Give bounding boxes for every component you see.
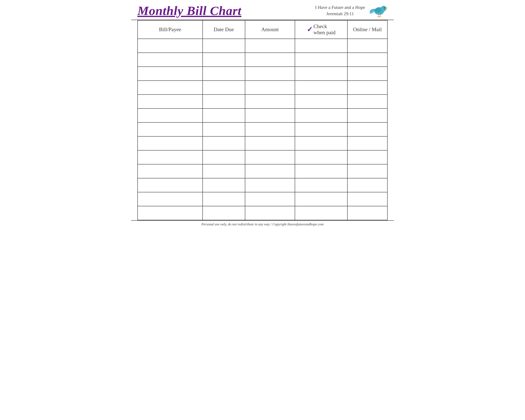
col-header-bill: Bill/Payee: [138, 20, 203, 39]
table-cell: [138, 94, 203, 109]
col-header-online: Online / Mail: [347, 20, 387, 39]
table-row: [138, 53, 387, 67]
table-cell: [203, 192, 245, 206]
table-cell: [347, 150, 387, 164]
table-cell: [138, 122, 203, 136]
scripture-line1: I Have a Future and a Hope: [315, 4, 365, 11]
check-label: Check when paid: [313, 23, 336, 36]
table-cell: [203, 109, 245, 122]
table-cell: [295, 39, 347, 53]
table-cell: [138, 136, 203, 150]
table-cell: [295, 206, 347, 220]
table-cell: [245, 53, 295, 67]
table-cell: [347, 81, 387, 94]
title-block: Monthly Bill Chart: [137, 4, 241, 18]
table-cell: [203, 178, 245, 192]
header: Monthly Bill Chart I Have a Future and a…: [131, 0, 394, 20]
table-cell: [245, 150, 295, 164]
table-row: [138, 178, 387, 192]
footer: Personal use only, do not redistribute i…: [131, 220, 394, 228]
table-cell: [138, 178, 203, 192]
table-cell: [245, 39, 295, 53]
bird-icon: [369, 4, 388, 18]
header-right: I Have a Future and a Hope Jeremiah 29:1…: [315, 4, 388, 18]
table-cell: [203, 94, 245, 109]
header-row: Bill/Payee Date Due Amount ✓ Check w: [138, 20, 387, 39]
table-cell: [347, 53, 387, 67]
col-header-check: ✓ Check when paid: [295, 20, 347, 39]
table-cell: [203, 206, 245, 220]
table-row: [138, 192, 387, 206]
table-cell: [203, 67, 245, 81]
table-cell: [245, 206, 295, 220]
table-cell: [347, 67, 387, 81]
table-row: [138, 122, 387, 136]
table-row: [138, 136, 387, 150]
table-cell: [347, 122, 387, 136]
table-row: [138, 150, 387, 164]
table-cell: [347, 136, 387, 150]
table-cell: [138, 192, 203, 206]
bill-chart-table: Bill/Payee Date Due Amount ✓ Check w: [137, 20, 388, 220]
table-cell: [347, 192, 387, 206]
table-cell: [347, 109, 387, 122]
table-cell: [245, 192, 295, 206]
table-cell: [138, 150, 203, 164]
table-cell: [203, 81, 245, 94]
table-cell: [245, 67, 295, 81]
table-cell: [203, 150, 245, 164]
table-cell: [347, 164, 387, 178]
table-cell: [295, 53, 347, 67]
table-cell: [203, 53, 245, 67]
table-cell: [295, 81, 347, 94]
col-header-amount: Amount: [245, 20, 295, 39]
table-cell: [347, 178, 387, 192]
table-cell: [347, 39, 387, 53]
table-cell: [138, 206, 203, 220]
table-cell: [138, 164, 203, 178]
table-cell: [203, 136, 245, 150]
svg-point-6: [384, 8, 385, 8]
svg-point-8: [386, 7, 387, 9]
table-cell: [138, 53, 203, 67]
table-cell: [295, 164, 347, 178]
table-cell: [295, 192, 347, 206]
table-row: [138, 164, 387, 178]
table-cell: [347, 94, 387, 109]
table-cell: [295, 150, 347, 164]
table-cell: [245, 109, 295, 122]
checkmark-icon: ✓: [307, 26, 312, 33]
table-cell: [138, 109, 203, 122]
table-cell: [245, 136, 295, 150]
table-cell: [245, 94, 295, 109]
table-row: [138, 67, 387, 81]
col-header-date: Date Due: [203, 20, 245, 39]
table-cell: [245, 122, 295, 136]
table-cell: [245, 164, 295, 178]
table-cell: [295, 122, 347, 136]
table-cell: [203, 164, 245, 178]
table-cell: [295, 178, 347, 192]
table-row: [138, 81, 387, 94]
table-cell: [295, 94, 347, 109]
table-cell: [203, 39, 245, 53]
page: Monthly Bill Chart I Have a Future and a…: [131, 0, 394, 228]
table-row: [138, 94, 387, 109]
table-cell: [245, 81, 295, 94]
table-row: [138, 39, 387, 53]
footer-text: Personal use only, do not redistribute i…: [201, 222, 324, 226]
table-cell: [138, 39, 203, 53]
scripture-line2: Jeremiah 29:11: [315, 11, 365, 17]
check-header-content: ✓ Check when paid: [297, 23, 345, 36]
table-cell: [138, 67, 203, 81]
table-body: [138, 39, 387, 220]
table-cell: [295, 109, 347, 122]
table-container: Bill/Payee Date Due Amount ✓ Check w: [131, 20, 394, 220]
table-cell: [203, 122, 245, 136]
svg-point-4: [381, 6, 386, 11]
table-row: [138, 109, 387, 122]
table-cell: [245, 178, 295, 192]
svg-point-5: [384, 7, 385, 9]
table-cell: [295, 136, 347, 150]
page-title: Monthly Bill Chart: [137, 4, 241, 18]
